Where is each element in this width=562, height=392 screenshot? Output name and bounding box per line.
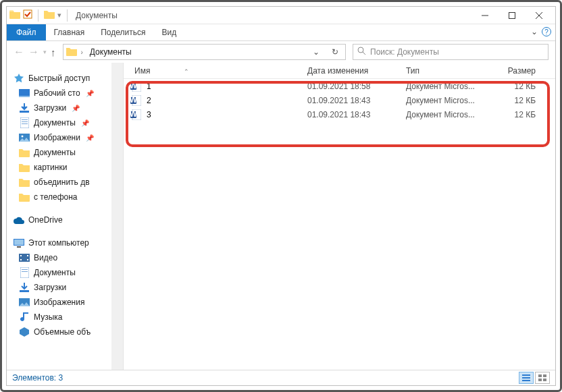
sidebar-this-pc[interactable]: Этот компьютер <box>7 235 123 250</box>
sort-indicator-icon: ⌃ <box>184 68 189 75</box>
ribbon-tab-home[interactable]: Главная <box>46 24 93 40</box>
folder-icon <box>19 147 30 158</box>
documents-icon <box>19 267 30 278</box>
help-icon[interactable]: ? <box>542 27 551 36</box>
svg-rect-14 <box>17 246 21 248</box>
sidebar-item-desktop[interactable]: Рабочий сто📌 <box>7 86 123 101</box>
file-name: 1 <box>147 82 307 91</box>
svg-rect-23 <box>20 290 29 292</box>
sidebar-item-folder[interactable]: с телефона <box>7 190 123 204</box>
file-size: 12 КБ <box>494 96 541 105</box>
svg-rect-6 <box>20 117 29 128</box>
view-icons-button[interactable] <box>535 372 550 384</box>
sidebar-item-3d[interactable]: Объемные объ <box>7 325 123 339</box>
pin-icon: 📌 <box>86 134 94 142</box>
column-headers: Имя⌃ Дата изменения Тип Размер <box>124 63 555 79</box>
nav-forward-icon[interactable]: → <box>28 46 39 58</box>
sidebar-onedrive[interactable]: OneDrive <box>7 213 123 227</box>
maximize-button[interactable] <box>499 7 526 24</box>
pin-icon: 📌 <box>72 105 80 112</box>
videos-icon <box>19 252 30 263</box>
desktop-icon <box>19 88 30 99</box>
status-count: Элементов: 3 <box>12 373 63 383</box>
title-bar: ▾ Документы <box>7 7 555 24</box>
column-label: Имя <box>134 66 150 76</box>
music-icon <box>19 312 30 323</box>
ribbon-tab-share[interactable]: Поделиться <box>93 24 153 40</box>
word-doc-icon: W <box>130 109 141 120</box>
folder-icon <box>19 162 30 173</box>
sidebar-item-documents[interactable]: Документы <box>7 265 123 280</box>
svg-rect-1 <box>509 12 515 18</box>
sidebar-label: Документы <box>34 148 76 157</box>
sidebar-item-videos[interactable]: Видео <box>7 250 123 265</box>
folder-icon <box>19 192 30 202</box>
sidebar-item-folder[interactable]: картинки <box>7 160 123 175</box>
sidebar-item-downloads[interactable]: Загрузки📌 <box>7 101 123 115</box>
downloads-icon <box>19 103 30 113</box>
chevron-right-icon[interactable]: › <box>81 49 83 56</box>
svg-rect-16 <box>20 255 22 256</box>
refresh-icon[interactable]: ↻ <box>328 47 342 57</box>
search-icon <box>357 47 366 57</box>
breadcrumb-label: Документы <box>90 47 132 57</box>
svg-text:W: W <box>130 109 138 119</box>
svg-rect-35 <box>522 377 530 379</box>
documents-icon <box>19 117 30 128</box>
nav-back-icon[interactable]: ← <box>14 46 24 58</box>
sidebar-item-documents[interactable]: Документы📌 <box>7 115 123 130</box>
word-doc-icon: W <box>130 81 141 92</box>
folder-icon <box>19 177 30 188</box>
search-box[interactable]: Поиск: Документы <box>353 44 548 60</box>
downloads-icon <box>19 282 30 293</box>
minimize-button[interactable] <box>471 7 499 24</box>
3d-icon <box>19 327 30 337</box>
address-dropdown-icon[interactable]: ⌄ <box>309 47 324 57</box>
sidebar-item-music[interactable]: Музыка <box>7 310 123 325</box>
nav-up-icon[interactable]: ↑ <box>51 47 56 58</box>
qat-checkbox-icon[interactable] <box>23 9 32 21</box>
svg-rect-38 <box>543 374 546 377</box>
sidebar-item-folder[interactable]: объединить дв <box>7 175 123 190</box>
status-bar: Элементов: 3 <box>7 370 555 385</box>
sidebar-item-pictures[interactable]: Изображени📌 <box>7 130 123 145</box>
sidebar-item-downloads[interactable]: Загрузки <box>7 280 123 295</box>
sidebar-item-folder[interactable]: Документы <box>7 145 123 160</box>
qat-dropdown-icon[interactable]: ▾ <box>57 11 61 20</box>
ribbon-expand-icon[interactable]: ⌄ <box>531 27 538 36</box>
star-icon <box>14 73 24 84</box>
column-date[interactable]: Дата изменения <box>307 66 406 76</box>
file-row[interactable]: W301.09.2021 18:43Документ Micros...12 К… <box>124 107 555 121</box>
pictures-icon <box>19 297 30 308</box>
window-title: Документы <box>76 11 118 20</box>
svg-rect-36 <box>522 380 530 381</box>
column-name[interactable]: Имя⌃ <box>130 66 307 76</box>
file-date: 01.09.2021 18:43 <box>307 96 406 105</box>
nav-recent-icon[interactable]: ▾ <box>43 49 47 55</box>
sidebar-label: Изображения <box>34 298 84 307</box>
ribbon-file-tab[interactable]: Файл <box>7 24 46 40</box>
svg-rect-19 <box>27 259 28 260</box>
qat-folder-icon[interactable] <box>44 9 55 21</box>
svg-rect-8 <box>22 121 28 122</box>
pin-icon: 📌 <box>81 119 89 127</box>
file-type: Документ Micros... <box>406 82 494 91</box>
sidebar-label: Изображени <box>34 133 80 142</box>
svg-rect-37 <box>538 374 542 377</box>
svg-rect-39 <box>538 379 542 381</box>
close-button[interactable] <box>526 7 553 24</box>
file-row[interactable]: W101.09.2021 18:58Документ Micros...12 К… <box>124 79 555 93</box>
svg-text:W: W <box>130 81 138 90</box>
sidebar-label: Быстрый доступ <box>28 74 90 83</box>
svg-rect-17 <box>20 259 22 260</box>
svg-point-2 <box>358 47 363 53</box>
column-type[interactable]: Тип <box>406 66 494 76</box>
view-details-button[interactable] <box>519 372 534 384</box>
column-size[interactable]: Размер <box>494 66 541 76</box>
breadcrumb-item[interactable]: Документы <box>87 47 134 57</box>
address-bar[interactable]: › Документы ⌄ ↻ <box>63 44 347 60</box>
file-row[interactable]: W201.09.2021 18:43Документ Micros...12 К… <box>124 93 555 107</box>
sidebar-item-pictures[interactable]: Изображения <box>7 295 123 310</box>
sidebar-quick-access[interactable]: Быстрый доступ <box>7 71 123 86</box>
ribbon-tab-view[interactable]: Вид <box>153 24 184 40</box>
